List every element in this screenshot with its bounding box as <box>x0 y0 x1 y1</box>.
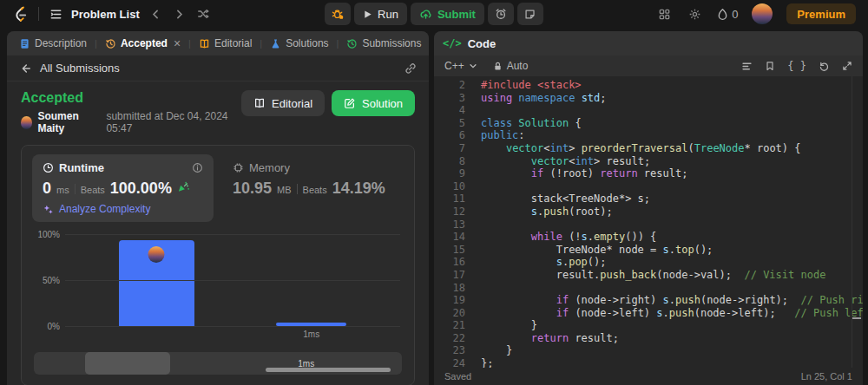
autosave-toggle[interactable]: Auto <box>493 60 529 72</box>
leetcode-logo[interactable] <box>12 4 30 23</box>
line-number: 23 <box>434 344 465 357</box>
analyze-label: Analyze Complexity <box>59 203 150 215</box>
range-slider[interactable]: 1ms <box>34 352 402 375</box>
chart-gridline <box>65 234 400 235</box>
editor-title: Code <box>468 37 496 50</box>
line-content: result.push_back(node->val); // Visit no… <box>465 269 825 282</box>
braces-icon[interactable]: { } <box>787 60 806 72</box>
line-content: } <box>465 344 512 357</box>
code-line: 21 } <box>434 319 863 332</box>
book-icon <box>199 38 210 49</box>
layout-grid-icon[interactable] <box>656 6 673 23</box>
tab-description[interactable]: Description <box>16 37 90 49</box>
notes-button[interactable] <box>517 3 543 25</box>
code-line: 23 } <box>434 344 863 357</box>
line-content <box>465 219 481 232</box>
code-line: 2#include <stack> <box>434 79 863 92</box>
chevron-right-icon[interactable] <box>172 7 187 22</box>
line-number: 6 <box>434 129 465 142</box>
shuffle-icon[interactable] <box>195 6 211 22</box>
note-icon <box>524 9 536 20</box>
submit-button[interactable]: Submit <box>411 3 484 25</box>
memory-label: Memory <box>249 161 290 174</box>
runtime-bar-0ms[interactable] <box>119 240 194 326</box>
code-line: 5class Solution { <box>434 117 863 130</box>
divider <box>75 184 76 194</box>
author-name[interactable]: Soumen Maity <box>37 110 101 134</box>
code-line: 24}; <box>434 357 863 368</box>
editorial-label: Editorial <box>272 97 312 110</box>
line-content: stack<TreeNode*> s; <box>465 192 650 206</box>
line-number: 9 <box>434 167 465 180</box>
language-select[interactable]: C++ <box>444 60 477 72</box>
tab-solutions[interactable]: Solutions <box>266 37 332 49</box>
close-icon[interactable]: × <box>174 37 181 49</box>
code-lines: 2#include <stack>3using namespace std;45… <box>434 79 863 368</box>
streak-counter[interactable]: 0 <box>717 8 738 21</box>
cloud-upload-icon <box>419 8 432 21</box>
link-icon[interactable] <box>404 62 417 75</box>
tab-divider: | <box>188 38 191 49</box>
left-panel: Description|Accepted×|Editorial|Solution… <box>7 31 429 385</box>
memory-chip-icon <box>233 162 244 173</box>
chevron-left-icon[interactable] <box>148 7 163 22</box>
tab-editorial[interactable]: Editorial <box>195 37 255 49</box>
language-value: C++ <box>444 60 464 72</box>
code-line: 11 stack<TreeNode*> s; <box>434 192 863 206</box>
premium-button[interactable]: Premium <box>786 3 856 24</box>
tab-divider: | <box>337 38 339 49</box>
editorial-button[interactable]: Editorial <box>241 90 325 116</box>
saved-status: Saved <box>444 371 471 382</box>
reset-icon[interactable] <box>819 61 830 72</box>
gear-icon[interactable] <box>687 6 703 23</box>
tab-label: Description <box>35 37 87 49</box>
line-number: 10 <box>434 180 465 193</box>
expand-icon[interactable] <box>842 61 852 71</box>
debug-button[interactable] <box>325 3 351 25</box>
runtime-distribution-chart: 1ms 100%50%0% <box>32 231 404 342</box>
line-number: 13 <box>434 219 465 232</box>
chart-ytick: 50% <box>43 276 60 285</box>
line-number: 3 <box>434 92 465 105</box>
bookmark-icon[interactable] <box>765 61 775 71</box>
tab-submissions[interactable]: Submissions <box>343 37 424 49</box>
timer-button[interactable] <box>488 3 514 25</box>
problem-list-label: Problem List <box>71 8 140 21</box>
editor-toolbar: C++ Auto { } <box>434 55 863 76</box>
line-content: if (node->left) s.push(node->left); // P… <box>465 307 863 320</box>
tab-accepted[interactable]: Accepted× <box>102 37 184 49</box>
avatar[interactable] <box>752 3 773 24</box>
line-content <box>465 180 481 193</box>
line-content <box>465 104 481 117</box>
line-content: s.pop(); <box>465 256 607 269</box>
line-number: 4 <box>434 104 465 117</box>
problem-list-button[interactable]: Problem List <box>48 6 140 23</box>
left-tab-bar: Description|Accepted×|Editorial|Solution… <box>7 31 429 55</box>
memory-card[interactable]: Memory 10.95 MB Beats 14.19% <box>222 154 404 222</box>
line-content: public: <box>465 129 525 142</box>
info-icon[interactable] <box>192 162 203 173</box>
line-number: 17 <box>434 269 465 282</box>
runtime-card[interactable]: Runtime 0 ms Beats 100.00% <box>32 154 214 222</box>
result-header: Accepted Soumen Maity submitted at Dec 0… <box>7 82 429 140</box>
book-icon <box>253 97 266 109</box>
run-button[interactable]: Run <box>354 3 407 25</box>
solution-button[interactable]: Solution <box>332 90 415 116</box>
flame-icon <box>717 8 728 21</box>
file-icon <box>19 38 30 49</box>
tab-label: Submissions <box>362 37 421 49</box>
analyze-complexity-button[interactable]: Analyze Complexity <box>43 203 203 215</box>
line-content: return result; <box>465 332 619 345</box>
line-content <box>465 282 481 295</box>
line-number: 14 <box>434 231 465 244</box>
code-line: 15 TreeNode* node = s.top(); <box>434 244 863 257</box>
code-line: 12 s.push(root); <box>434 206 863 219</box>
slider-window-handle[interactable] <box>85 352 170 375</box>
tab-divider: | <box>260 38 262 49</box>
format-lines-icon[interactable] <box>741 61 753 72</box>
code-line: 18 <box>434 282 863 295</box>
divider <box>38 7 39 21</box>
code-editor[interactable]: 2#include <stack>3using namespace std;45… <box>434 76 863 368</box>
scrollbar-marker[interactable] <box>852 317 861 319</box>
back-to-all-submissions[interactable]: All Submissions <box>19 62 120 75</box>
